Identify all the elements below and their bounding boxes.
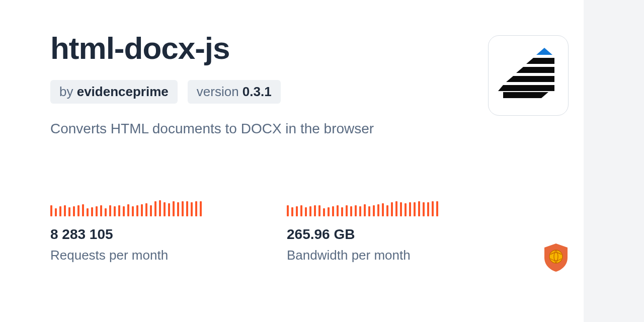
sparkline-bar [296,206,298,216]
svg-marker-5 [503,92,548,98]
sparkline-bar [118,205,120,216]
version-pill[interactable]: version 0.3.1 [188,80,281,104]
triangle-logo-icon [498,48,558,103]
sparkline-bar [386,205,388,216]
sparkline-bar [395,201,397,216]
sparkline-bar [291,207,293,216]
sparkline-bar [123,206,125,216]
sparkline-bar [159,200,161,216]
sparkline-bar [341,207,343,216]
author-pill[interactable]: by evidenceprime [50,80,178,104]
sparkline-bar [318,205,320,216]
sparkline-bar [391,202,393,216]
sparkline-bar [91,207,93,216]
sparkline-bar [96,206,98,216]
version-value: 0.3.1 [243,84,272,99]
shield-icon [543,244,569,272]
version-label: version [197,84,239,99]
sparkline-bar [154,201,156,216]
sparkline-bar [68,207,70,216]
sparkline-bar [436,201,438,216]
sparkline-bar [305,207,307,216]
sparkline-bar [77,205,79,216]
sparkline-bar [50,205,52,216]
sparkline-bar [300,205,302,216]
sparkline-bar [414,202,416,216]
package-logo [488,35,569,116]
sparkline-bar [164,202,166,216]
sparkline-bar [328,207,330,216]
sparkline-bar [145,203,147,216]
sparkline-bar [195,201,197,216]
sparkline-bar [114,206,116,216]
requests-stat: 8 283 105 Requests per month [50,197,216,263]
sparkline-bar [314,205,316,216]
sparkline-bar [309,206,311,216]
sparkline-bar [150,205,152,216]
sparkline-bar [287,205,289,216]
sparkline-bar [168,203,170,216]
sparkline-bar [191,202,193,216]
sparkline-bar [423,202,425,216]
sparkline-bar [432,201,434,216]
sparkline-bar [200,201,202,216]
sparkline-bar [346,205,348,216]
sparkline-bar [418,201,420,216]
sparkline-bar [332,206,334,216]
requests-label: Requests per month [50,248,216,263]
sparkline-bar [136,205,138,216]
requests-sparkline [50,197,216,216]
bandwidth-value: 265.96 GB [287,226,453,243]
sparkline-bar [368,206,370,216]
sparkline-bar [87,208,89,216]
sparkline-bar [132,206,134,216]
by-label: by [59,84,73,99]
sparkline-bar [127,204,129,216]
sparkline-bar [105,208,107,216]
svg-marker-3 [506,76,554,82]
sparkline-bar [173,201,175,216]
sparkline-bar [350,206,352,216]
svg-marker-4 [498,85,554,91]
sparkline-bar [109,205,111,216]
svg-marker-2 [516,67,554,73]
sparkline-bar [141,204,143,216]
sparkline-bar [382,203,384,216]
sparkline-bar [405,203,407,216]
sparkline-bar [323,208,325,216]
author-name: evidenceprime [77,84,169,99]
requests-value: 8 283 105 [50,226,216,243]
bandwidth-stat: 265.96 GB Bandwidth per month [287,197,453,263]
svg-marker-1 [526,58,554,64]
sparkline-bar [377,204,379,216]
package-description: Converts HTML documents to DOCX in the b… [50,121,594,137]
bandwidth-sparkline [287,197,453,216]
sparkline-bar [55,208,57,216]
sparkline-bar [82,204,84,216]
sparkline-bar [400,202,402,216]
sparkline-bar [373,205,375,216]
sparkline-bar [355,205,357,216]
sparkline-bar [100,205,102,216]
sparkline-bar [177,202,179,216]
sparkline-bar [337,205,339,216]
sparkline-bar [427,202,429,216]
sparkline-bar [59,206,61,216]
sparkline-bar [186,201,188,216]
sparkline-bar [409,202,411,216]
sparkline-bar [359,206,361,216]
sparkline-bar [64,205,66,216]
sparkline-bar [73,206,75,216]
sparkline-bar [364,204,366,216]
svg-marker-0 [536,48,552,55]
sparkline-bar [182,201,184,216]
bandwidth-label: Bandwidth per month [287,248,453,263]
